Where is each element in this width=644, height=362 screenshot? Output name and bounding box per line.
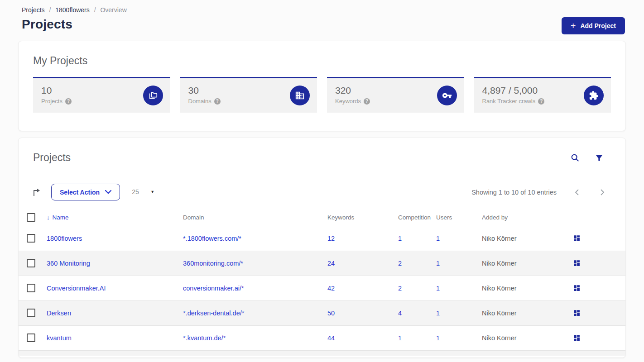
project-domain-link[interactable]: 360monitoring.com/* xyxy=(183,260,243,267)
column-header-users[interactable]: Users xyxy=(436,210,482,226)
added-by-value: Niko Körner xyxy=(482,300,569,325)
export-arrow-icon[interactable] xyxy=(29,185,44,200)
sort-desc-icon: ↓ xyxy=(47,214,50,221)
added-by-value: Niko Körner xyxy=(482,226,569,251)
my-projects-panel: My Projects 10 Projects ? 30 Doma xyxy=(18,41,626,131)
breadcrumb-separator: / xyxy=(49,6,51,14)
page-size-value: 25 xyxy=(132,188,139,195)
my-projects-title: My Projects xyxy=(33,55,611,67)
competition-count-link[interactable]: 1 xyxy=(398,235,402,242)
projects-panel-title: Projects xyxy=(33,152,71,164)
project-domain-link[interactable]: conversionmaker.ai/* xyxy=(183,285,244,292)
added-by-value: Niko Körner xyxy=(482,251,569,276)
project-name-link[interactable]: 360 Monitoring xyxy=(47,260,90,267)
keywords-label: Keywords xyxy=(335,98,361,105)
column-header-name[interactable]: ↓Name xyxy=(47,210,183,226)
breadcrumb-projects[interactable]: Projects xyxy=(22,6,45,14)
key-icon xyxy=(437,86,457,105)
select-all-checkbox[interactable] xyxy=(27,213,35,222)
stat-card-keywords: 320 Keywords ? xyxy=(327,77,464,113)
page-title: Projects xyxy=(22,17,72,32)
breadcrumb-1800flowers[interactable]: 1800flowers xyxy=(55,6,90,14)
stat-card-projects: 10 Projects ? xyxy=(33,77,170,113)
select-action-dropdown[interactable]: Select Action xyxy=(51,184,120,200)
select-action-label: Select Action xyxy=(60,189,100,196)
project-name-link[interactable]: Derksen xyxy=(47,310,71,317)
column-header-competition[interactable]: Competition xyxy=(398,210,436,226)
dashboard-icon[interactable] xyxy=(572,333,582,343)
folders-icon xyxy=(143,86,163,105)
users-count-link[interactable]: 1 xyxy=(436,260,440,267)
table-row-partial xyxy=(19,350,625,356)
dashboard-icon[interactable] xyxy=(572,308,582,318)
keywords-count-link[interactable]: 44 xyxy=(327,334,335,342)
column-header-domain[interactable]: Domain xyxy=(183,210,327,226)
projects-label: Projects xyxy=(41,98,62,105)
keywords-count-link[interactable]: 42 xyxy=(327,285,335,292)
dashboard-icon[interactable] xyxy=(572,258,582,268)
help-icon[interactable]: ? xyxy=(364,98,370,105)
chevron-down-icon xyxy=(105,190,111,194)
plus-icon: + xyxy=(571,21,576,30)
table-row: Conversionmaker.AI conversionmaker.ai/* … xyxy=(19,276,625,300)
competition-count-link[interactable]: 2 xyxy=(398,260,402,267)
filter-icon[interactable] xyxy=(594,152,605,163)
add-project-label: Add Project xyxy=(580,22,616,29)
row-checkbox[interactable] xyxy=(27,309,35,317)
project-domain-link[interactable]: *.kvantum.de/* xyxy=(183,334,226,342)
rank-tracker-label: Rank Tracker crawls xyxy=(482,98,536,105)
table-row: 360 Monitoring 360monitoring.com/* 24 2 … xyxy=(19,251,625,276)
table-row: 1800flowers *.1800flowers.com/* 12 1 1 N… xyxy=(19,226,625,251)
project-name-link[interactable]: 1800flowers xyxy=(47,235,82,242)
dashboard-icon[interactable] xyxy=(572,283,582,293)
keywords-count-link[interactable]: 50 xyxy=(327,310,335,317)
search-icon[interactable] xyxy=(569,152,581,164)
projects-table: ↓Name Domain Keywords Competition Users … xyxy=(19,210,625,356)
keywords-count-link[interactable]: 24 xyxy=(327,260,335,267)
column-header-keywords[interactable]: Keywords xyxy=(327,210,398,226)
competition-count-link[interactable]: 2 xyxy=(398,285,402,292)
added-by-value: Niko Körner xyxy=(482,325,569,350)
added-by-value: Niko Körner xyxy=(482,276,569,300)
chevron-right-icon[interactable] xyxy=(597,187,607,198)
row-checkbox[interactable] xyxy=(27,259,35,267)
users-count-link[interactable]: 1 xyxy=(436,285,440,292)
project-domain-link[interactable]: *.derksen-dental.de/* xyxy=(183,310,244,317)
stat-card-rank-tracker: 4,897 / 5,000 Rank Tracker crawls ? xyxy=(474,77,611,113)
help-icon[interactable]: ? xyxy=(65,98,72,105)
puzzle-icon xyxy=(584,86,604,105)
chevron-left-icon[interactable] xyxy=(572,187,582,198)
users-count-link[interactable]: 1 xyxy=(436,235,440,242)
stats-row: 10 Projects ? 30 Domains ? xyxy=(33,77,611,113)
competition-count-link[interactable]: 4 xyxy=(398,310,402,317)
users-count-link[interactable]: 1 xyxy=(436,334,440,342)
table-row: kvantum *.kvantum.de/* 44 1 1 Niko Körne… xyxy=(19,325,625,350)
project-domain-link[interactable]: *.1800flowers.com/* xyxy=(183,235,241,242)
users-count-link[interactable]: 1 xyxy=(436,310,440,317)
row-checkbox[interactable] xyxy=(27,234,35,243)
column-header-added-by[interactable]: Added by xyxy=(482,210,569,226)
row-checkbox[interactable] xyxy=(27,284,35,292)
showing-entries-text: Showing 1 to 10 of 10 entries xyxy=(471,189,557,196)
buildings-icon xyxy=(290,86,310,105)
stat-card-domains: 30 Domains ? xyxy=(180,77,317,113)
page-size-select[interactable]: 25 ▼ xyxy=(130,186,155,198)
table-toolbar: Select Action 25 ▼ Showing 1 to 10 of 10… xyxy=(19,184,625,200)
competition-count-link[interactable]: 1 xyxy=(398,334,402,342)
row-checkbox[interactable] xyxy=(27,333,35,342)
dashboard-icon[interactable] xyxy=(572,233,582,243)
projects-panel: Projects Se xyxy=(18,138,626,358)
keywords-count-link[interactable]: 12 xyxy=(327,235,335,242)
project-name-link[interactable]: Conversionmaker.AI xyxy=(47,285,106,292)
help-icon[interactable]: ? xyxy=(538,98,544,105)
breadcrumb-overview: Overview xyxy=(100,6,126,14)
page: Projects / 1800flowers / Overview Projec… xyxy=(0,0,644,362)
help-icon[interactable]: ? xyxy=(214,98,221,105)
table-header-row: ↓Name Domain Keywords Competition Users … xyxy=(19,210,625,226)
breadcrumb-separator: / xyxy=(94,6,96,14)
select-arrow-icon: ▼ xyxy=(150,190,154,194)
add-project-button[interactable]: + Add Project xyxy=(562,17,625,34)
page-header: Projects / 1800flowers / Overview Projec… xyxy=(0,0,644,34)
breadcrumb: Projects / 1800flowers / Overview xyxy=(22,6,625,14)
project-name-link[interactable]: kvantum xyxy=(47,334,72,342)
